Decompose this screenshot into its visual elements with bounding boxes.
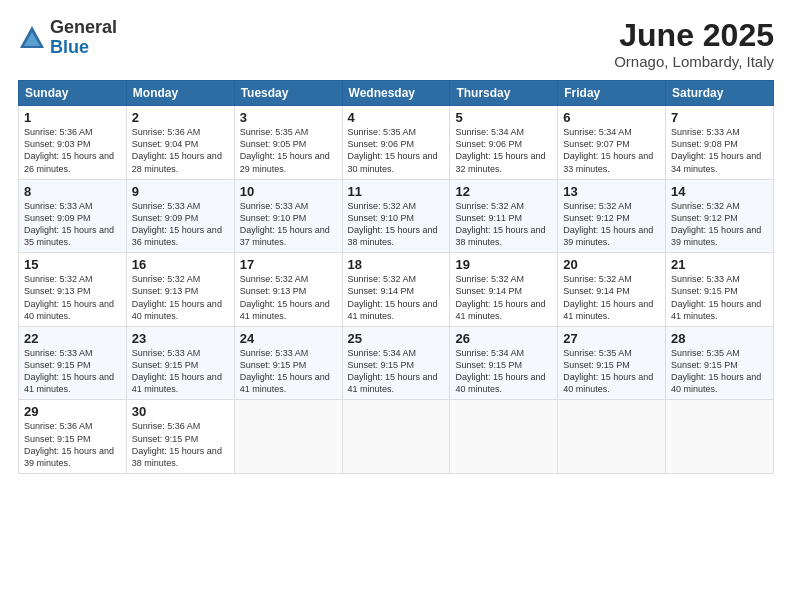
day-info: Sunrise: 5:34 AMSunset: 9:07 PMDaylight:…	[563, 126, 660, 175]
table-row: 1Sunrise: 5:36 AMSunset: 9:03 PMDaylight…	[19, 106, 127, 180]
table-row: 19Sunrise: 5:32 AMSunset: 9:14 PMDayligh…	[450, 253, 558, 327]
table-row: 30Sunrise: 5:36 AMSunset: 9:15 PMDayligh…	[126, 400, 234, 474]
table-row	[450, 400, 558, 474]
day-number: 2	[132, 110, 229, 125]
col-sunday: Sunday	[19, 81, 127, 106]
day-info: Sunrise: 5:35 AMSunset: 9:06 PMDaylight:…	[348, 126, 445, 175]
day-number: 8	[24, 184, 121, 199]
logo-icon	[18, 24, 46, 52]
header-row: Sunday Monday Tuesday Wednesday Thursday…	[19, 81, 774, 106]
col-tuesday: Tuesday	[234, 81, 342, 106]
table-row	[558, 400, 666, 474]
col-wednesday: Wednesday	[342, 81, 450, 106]
day-info: Sunrise: 5:34 AMSunset: 9:06 PMDaylight:…	[455, 126, 552, 175]
day-number: 1	[24, 110, 121, 125]
day-number: 25	[348, 331, 445, 346]
day-info: Sunrise: 5:36 AMSunset: 9:15 PMDaylight:…	[24, 420, 121, 469]
table-row: 22Sunrise: 5:33 AMSunset: 9:15 PMDayligh…	[19, 326, 127, 400]
day-number: 9	[132, 184, 229, 199]
table-row: 14Sunrise: 5:32 AMSunset: 9:12 PMDayligh…	[666, 179, 774, 253]
table-row: 3Sunrise: 5:35 AMSunset: 9:05 PMDaylight…	[234, 106, 342, 180]
table-row: 21Sunrise: 5:33 AMSunset: 9:15 PMDayligh…	[666, 253, 774, 327]
table-row: 20Sunrise: 5:32 AMSunset: 9:14 PMDayligh…	[558, 253, 666, 327]
col-monday: Monday	[126, 81, 234, 106]
day-info: Sunrise: 5:32 AMSunset: 9:14 PMDaylight:…	[348, 273, 445, 322]
day-info: Sunrise: 5:35 AMSunset: 9:05 PMDaylight:…	[240, 126, 337, 175]
calendar-week-4: 22Sunrise: 5:33 AMSunset: 9:15 PMDayligh…	[19, 326, 774, 400]
logo-general-label: General	[50, 18, 117, 38]
table-row	[234, 400, 342, 474]
day-number: 27	[563, 331, 660, 346]
day-number: 7	[671, 110, 768, 125]
calendar-title: June 2025	[614, 18, 774, 53]
day-info: Sunrise: 5:33 AMSunset: 9:15 PMDaylight:…	[671, 273, 768, 322]
day-info: Sunrise: 5:36 AMSunset: 9:03 PMDaylight:…	[24, 126, 121, 175]
table-row: 7Sunrise: 5:33 AMSunset: 9:08 PMDaylight…	[666, 106, 774, 180]
day-info: Sunrise: 5:32 AMSunset: 9:10 PMDaylight:…	[348, 200, 445, 249]
header: General Blue June 2025 Ornago, Lombardy,…	[18, 18, 774, 70]
day-number: 12	[455, 184, 552, 199]
logo: General Blue	[18, 18, 117, 58]
day-number: 19	[455, 257, 552, 272]
day-number: 23	[132, 331, 229, 346]
day-number: 14	[671, 184, 768, 199]
table-row: 13Sunrise: 5:32 AMSunset: 9:12 PMDayligh…	[558, 179, 666, 253]
table-row: 2Sunrise: 5:36 AMSunset: 9:04 PMDaylight…	[126, 106, 234, 180]
table-row: 4Sunrise: 5:35 AMSunset: 9:06 PMDaylight…	[342, 106, 450, 180]
day-info: Sunrise: 5:34 AMSunset: 9:15 PMDaylight:…	[455, 347, 552, 396]
table-row: 24Sunrise: 5:33 AMSunset: 9:15 PMDayligh…	[234, 326, 342, 400]
table-row: 5Sunrise: 5:34 AMSunset: 9:06 PMDaylight…	[450, 106, 558, 180]
day-info: Sunrise: 5:33 AMSunset: 9:15 PMDaylight:…	[240, 347, 337, 396]
day-number: 21	[671, 257, 768, 272]
table-row: 25Sunrise: 5:34 AMSunset: 9:15 PMDayligh…	[342, 326, 450, 400]
day-number: 17	[240, 257, 337, 272]
table-row: 18Sunrise: 5:32 AMSunset: 9:14 PMDayligh…	[342, 253, 450, 327]
calendar-week-1: 1Sunrise: 5:36 AMSunset: 9:03 PMDaylight…	[19, 106, 774, 180]
day-number: 22	[24, 331, 121, 346]
table-row: 10Sunrise: 5:33 AMSunset: 9:10 PMDayligh…	[234, 179, 342, 253]
day-number: 3	[240, 110, 337, 125]
day-info: Sunrise: 5:32 AMSunset: 9:12 PMDaylight:…	[563, 200, 660, 249]
table-row: 12Sunrise: 5:32 AMSunset: 9:11 PMDayligh…	[450, 179, 558, 253]
day-info: Sunrise: 5:32 AMSunset: 9:13 PMDaylight:…	[240, 273, 337, 322]
day-number: 30	[132, 404, 229, 419]
col-friday: Friday	[558, 81, 666, 106]
col-saturday: Saturday	[666, 81, 774, 106]
table-row: 9Sunrise: 5:33 AMSunset: 9:09 PMDaylight…	[126, 179, 234, 253]
day-info: Sunrise: 5:33 AMSunset: 9:10 PMDaylight:…	[240, 200, 337, 249]
table-row: 27Sunrise: 5:35 AMSunset: 9:15 PMDayligh…	[558, 326, 666, 400]
table-row: 6Sunrise: 5:34 AMSunset: 9:07 PMDaylight…	[558, 106, 666, 180]
day-number: 6	[563, 110, 660, 125]
calendar-subtitle: Ornago, Lombardy, Italy	[614, 53, 774, 70]
col-thursday: Thursday	[450, 81, 558, 106]
logo-text: General Blue	[50, 18, 117, 58]
day-info: Sunrise: 5:36 AMSunset: 9:04 PMDaylight:…	[132, 126, 229, 175]
table-row: 17Sunrise: 5:32 AMSunset: 9:13 PMDayligh…	[234, 253, 342, 327]
day-info: Sunrise: 5:32 AMSunset: 9:13 PMDaylight:…	[132, 273, 229, 322]
table-row: 16Sunrise: 5:32 AMSunset: 9:13 PMDayligh…	[126, 253, 234, 327]
table-row: 29Sunrise: 5:36 AMSunset: 9:15 PMDayligh…	[19, 400, 127, 474]
table-row	[666, 400, 774, 474]
table-row: 8Sunrise: 5:33 AMSunset: 9:09 PMDaylight…	[19, 179, 127, 253]
day-number: 10	[240, 184, 337, 199]
day-info: Sunrise: 5:33 AMSunset: 9:09 PMDaylight:…	[132, 200, 229, 249]
day-info: Sunrise: 5:32 AMSunset: 9:12 PMDaylight:…	[671, 200, 768, 249]
calendar-week-5: 29Sunrise: 5:36 AMSunset: 9:15 PMDayligh…	[19, 400, 774, 474]
day-number: 18	[348, 257, 445, 272]
day-info: Sunrise: 5:32 AMSunset: 9:14 PMDaylight:…	[455, 273, 552, 322]
table-row: 26Sunrise: 5:34 AMSunset: 9:15 PMDayligh…	[450, 326, 558, 400]
day-info: Sunrise: 5:36 AMSunset: 9:15 PMDaylight:…	[132, 420, 229, 469]
day-number: 20	[563, 257, 660, 272]
day-number: 16	[132, 257, 229, 272]
day-number: 29	[24, 404, 121, 419]
day-info: Sunrise: 5:33 AMSunset: 9:15 PMDaylight:…	[132, 347, 229, 396]
day-number: 11	[348, 184, 445, 199]
day-info: Sunrise: 5:34 AMSunset: 9:15 PMDaylight:…	[348, 347, 445, 396]
calendar-table: Sunday Monday Tuesday Wednesday Thursday…	[18, 80, 774, 474]
table-row	[342, 400, 450, 474]
day-number: 26	[455, 331, 552, 346]
day-info: Sunrise: 5:35 AMSunset: 9:15 PMDaylight:…	[563, 347, 660, 396]
day-number: 15	[24, 257, 121, 272]
table-row: 28Sunrise: 5:35 AMSunset: 9:15 PMDayligh…	[666, 326, 774, 400]
table-row: 11Sunrise: 5:32 AMSunset: 9:10 PMDayligh…	[342, 179, 450, 253]
